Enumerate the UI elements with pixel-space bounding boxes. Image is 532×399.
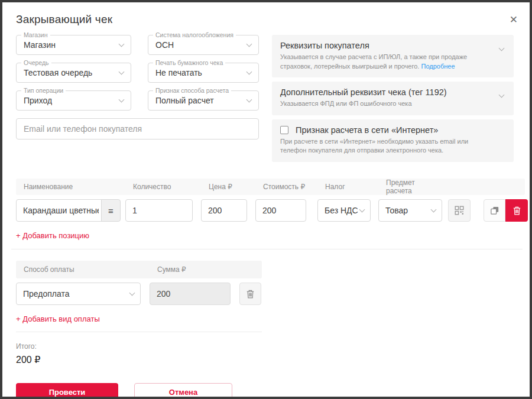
item-menu-button[interactable]: ≡ — [101, 199, 121, 222]
buyer-contact-input[interactable] — [16, 118, 259, 140]
trash-icon — [513, 206, 521, 215]
item-actions — [484, 199, 528, 222]
page-title: Закрывающий чек — [16, 13, 112, 26]
payment-row: Предоплата — [16, 283, 525, 305]
internet-payment-panel: Признак расчета в сети «Интернет» При ра… — [272, 119, 514, 162]
item-cost-input[interactable] — [255, 199, 306, 222]
item-tax-value: Без НДС — [325, 206, 358, 215]
chevron-down-icon — [246, 69, 252, 74]
internet-checkbox-row: Признак расчета в сети «Интернет» — [280, 125, 505, 135]
store-select[interactable]: Магазин Магазин — [16, 35, 131, 55]
col-header-quantity: Количество — [125, 183, 193, 191]
chevron-down-icon — [129, 290, 135, 296]
copy-icon — [490, 206, 499, 215]
qr-code-icon — [455, 206, 464, 215]
paper-print-select-label: Печать бумажного чека — [153, 59, 225, 66]
delete-item-button[interactable] — [505, 199, 528, 222]
add-payment-link[interactable]: + Добавить вид оплаты — [16, 314, 100, 323]
operation-type-select-label: Тип операции — [21, 87, 66, 94]
divider — [11, 249, 523, 249]
item-quantity-input[interactable] — [125, 199, 193, 222]
chevron-down-icon — [246, 96, 252, 102]
col-header-subject: Предмет расчета — [378, 179, 442, 195]
store-select-value: Магазин — [24, 40, 56, 50]
internet-checkbox-label: Признак расчета в сети «Интернет» — [296, 125, 438, 135]
payments-header: Способ оплаты Сумма ₽ — [16, 261, 262, 278]
buyer-details-description: Указывается в случае расчета с ИП/ЮЛ, а … — [280, 53, 505, 71]
payment-amount-input[interactable] — [150, 283, 231, 305]
total-label: Итого: — [16, 342, 525, 351]
queue-select-label: Очередь — [21, 59, 51, 66]
items-table-header: Наименование Количество Цена ₽ Стоимость… — [16, 179, 525, 195]
payment-attribute-select-value: Полный расчет — [155, 96, 214, 105]
store-select-label: Магазин — [21, 31, 50, 38]
col-header-amount: Сумма ₽ — [150, 265, 231, 274]
item-subject-select[interactable]: Товар — [378, 199, 442, 222]
buyer-details-panel[interactable]: Реквизиты покупателя Указывается в случа… — [272, 35, 514, 77]
col-header-price: Цена ₽ — [201, 183, 247, 191]
close-icon[interactable]: ✕ — [510, 15, 518, 25]
paper-print-select-value: Не печатать — [155, 68, 202, 77]
payment-method-select[interactable]: Предоплата — [16, 283, 141, 305]
tax-system-select[interactable]: Система налогообложения ОСН — [148, 35, 259, 55]
chevron-down-icon — [359, 206, 365, 212]
item-subject-value: Товар — [385, 206, 408, 215]
top-section: Магазин Магазин Система налогообложения … — [16, 35, 525, 162]
additional-attribute-title: Дополнительный реквизит чека (тег 1192) — [280, 87, 505, 97]
items-table: Наименование Количество Цена ₽ Стоимость… — [16, 179, 525, 249]
receipt-settings-form: Магазин Магазин Система налогообложения … — [16, 35, 259, 162]
settings-grid: Магазин Магазин Система налогообложения … — [16, 35, 259, 111]
col-header-tax: Налог — [317, 183, 371, 191]
delete-payment-button[interactable] — [239, 283, 261, 305]
queue-select[interactable]: Очередь Тестовая очередь — [16, 63, 131, 83]
marking-code-button[interactable] — [448, 199, 471, 222]
internet-checkbox[interactable] — [280, 126, 288, 134]
col-header-name: Наименование — [16, 183, 121, 191]
item-price-input[interactable] — [201, 199, 247, 222]
additional-attribute-panel[interactable]: Дополнительный реквизит чека (тег 1192) … — [272, 82, 514, 115]
total-section: Итого: 200 ₽ — [16, 342, 525, 365]
payment-attribute-select-label: Признак способа расчета — [153, 87, 231, 94]
queue-select-value: Тестовая очередь — [24, 68, 92, 77]
col-header-payment-method: Способ оплаты — [16, 265, 141, 274]
hamburger-icon: ≡ — [108, 206, 113, 216]
trash-icon — [246, 290, 254, 299]
submit-button[interactable]: Провести — [16, 383, 118, 399]
modal-header: Закрывающий чек ✕ — [16, 13, 525, 26]
item-name-input[interactable] — [16, 199, 102, 222]
operation-type-select-value: Приход — [24, 96, 52, 105]
payment-attribute-select[interactable]: Признак способа расчета Полный расчет — [148, 90, 259, 111]
copy-item-button[interactable] — [484, 199, 505, 222]
payment-method-value: Предоплата — [23, 289, 70, 299]
item-tax-select[interactable]: Без НДС — [317, 199, 371, 222]
cancel-button[interactable]: Отмена — [134, 383, 232, 399]
buyer-details-title: Реквизиты покупателя — [280, 41, 505, 50]
extra-options: Реквизиты покупателя Указывается в случа… — [272, 35, 514, 162]
paper-print-select[interactable]: Печать бумажного чека Не печатать — [148, 63, 259, 83]
chevron-down-icon — [246, 41, 252, 47]
add-item-link[interactable]: + Добавить позицию — [16, 231, 89, 240]
item-row: ≡ Без НДС Товар — [16, 199, 525, 222]
tax-system-select-value: ОСН — [155, 40, 174, 50]
chevron-down-icon — [119, 69, 125, 74]
more-info-link[interactable]: Подробнее — [421, 63, 455, 70]
item-name-group: ≡ — [16, 199, 121, 222]
operation-type-select[interactable]: Тип операции Приход — [16, 90, 131, 111]
additional-attribute-description: Указывается ФПД или ФП ошибочного чека — [280, 99, 505, 109]
modal-content: Закрывающий чек ✕ Магазин Магазин Систем… — [2, 2, 530, 399]
divider — [16, 332, 262, 332]
closing-receipt-modal: { "modal": { "title": "Закрывающий чек",… — [0, 0, 532, 399]
total-value: 200 ₽ — [16, 354, 525, 365]
chevron-down-icon — [431, 206, 437, 212]
chevron-down-icon — [119, 41, 125, 47]
col-header-cost: Стоимость ₽ — [255, 183, 306, 191]
internet-checkbox-description: При расчете в сети «Интернет» необходимо… — [280, 137, 505, 155]
tax-system-select-label: Система налогообложения — [153, 31, 236, 38]
payments-section: Способ оплаты Сумма ₽ Предоплата — [16, 261, 525, 332]
chevron-down-icon — [119, 96, 125, 102]
modal-actions: Провести Отмена — [16, 383, 525, 399]
